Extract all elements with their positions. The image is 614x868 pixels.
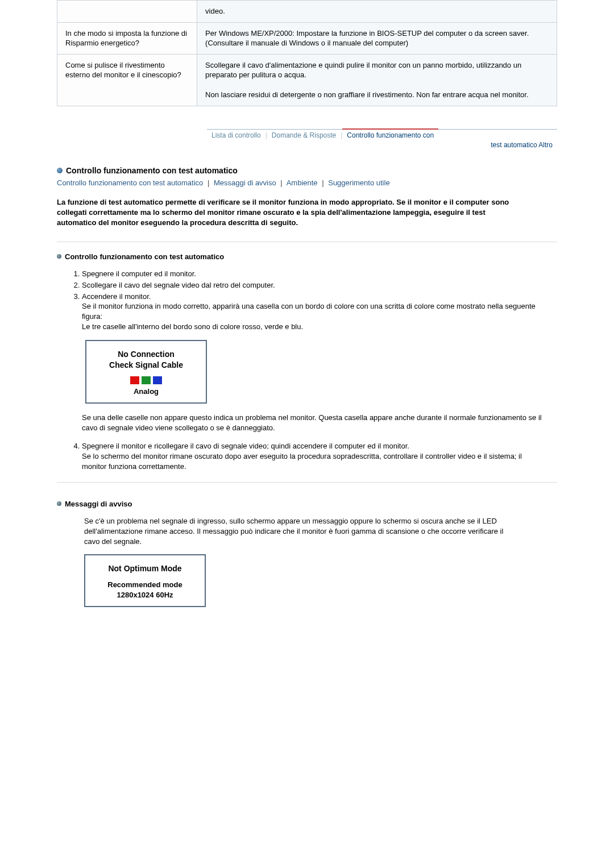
selftest-heading-text: Controllo funzionamento con test automat…: [65, 252, 224, 261]
step4-line2: Se lo schermo del monitor rimane oscurat…: [82, 452, 522, 471]
section-divider: [57, 482, 557, 483]
dialog2-line3: 1280x1024 60Hz: [91, 590, 199, 600]
warnings-heading: Messaggi di avviso: [57, 500, 557, 508]
dialog-sub: Analog: [92, 387, 200, 397]
faq-table: video. In che modo si imposta la funzion…: [57, 0, 557, 106]
tab-selftest[interactable]: Controllo funzionamento con: [342, 130, 438, 141]
link-tip[interactable]: Suggerimento utile: [328, 178, 389, 187]
faq-question: In che modo si imposta la funzione di Ri…: [57, 22, 197, 54]
table-row: video.: [57, 1, 557, 23]
anchor-links: Controllo funzionamento con test automat…: [57, 178, 557, 187]
step3-line2: Se il monitor funziona in modo corretto,…: [82, 302, 536, 321]
pipe-separator: |: [278, 178, 284, 187]
tab-selftest-subline: test automatico Altro: [207, 141, 557, 149]
dialog2-line2: Recommended mode: [91, 580, 199, 590]
rgb-squares: [92, 376, 200, 384]
intro-paragraph: La funzione di test automatico permette …: [57, 197, 517, 228]
warnings-body: Se c'è un problema nel segnale di ingres…: [84, 516, 515, 547]
not-optimum-dialog: Not Optimum Mode Recommended mode 1280x1…: [84, 554, 206, 607]
link-selftest[interactable]: Controllo funzionamento con test automat…: [57, 178, 203, 187]
green-square-icon: [142, 376, 151, 384]
table-row: In che modo si imposta la funzione di Ri…: [57, 22, 557, 54]
blue-square-icon: [153, 376, 162, 384]
table-row: Come si pulisce il rivestimento esterno …: [57, 54, 557, 106]
bullet-icon: [57, 254, 61, 259]
pipe-separator: |: [320, 178, 326, 187]
list-item: Spegnere il computer ed il monitor.: [82, 269, 542, 279]
bullet-icon: [57, 168, 63, 173]
dialog-line1: No Connection: [118, 350, 175, 359]
link-environment[interactable]: Ambiente: [287, 178, 318, 187]
page-title: Controllo funzionamento con test automat…: [57, 166, 557, 175]
step3-after: Se una delle caselle non appare questo i…: [82, 413, 542, 432]
bullet-icon: [57, 501, 61, 506]
list-item: Scollegare il cavo del segnale video dal…: [82, 280, 542, 290]
faq-question: Come si pulisce il rivestimento esterno …: [57, 54, 197, 106]
dialog-text: Not Optimum Mode: [91, 563, 199, 574]
dialog-line2: Check Signal Cable: [109, 360, 183, 369]
tab-qa[interactable]: Domande & Risposte: [267, 130, 341, 141]
pipe-separator: |: [205, 178, 211, 187]
section-divider: [57, 242, 557, 242]
step3-line3: Le tre caselle all'interno del bordo son…: [82, 322, 303, 331]
section-tabs: Lista di controllo | Domande & Risposte …: [207, 129, 557, 149]
no-connection-dialog: No Connection Check Signal Cable Analog: [85, 340, 207, 404]
red-square-icon: [130, 376, 139, 384]
faq-answer: Per Windows ME/XP/2000: Impostare la fun…: [197, 22, 557, 54]
dialog2-line1: Not Optimum Mode: [108, 564, 181, 573]
page-title-text: Controllo funzionamento con test automat…: [66, 166, 238, 175]
faq-answer: Scollegare il cavo d'alimentazione e qui…: [197, 54, 557, 106]
list-item: Spegnere il monitor e ricollegare il cav…: [82, 441, 542, 472]
faq-answer: video.: [197, 1, 557, 23]
faq-question: [57, 1, 197, 23]
dialog-text: No Connection Check Signal Cable: [92, 349, 200, 371]
list-item: Accendere il monitor. Se il monitor funz…: [82, 292, 542, 433]
tab-checklist[interactable]: Lista di controllo: [207, 130, 265, 141]
selftest-steps: Spegnere il computer ed il monitor. Scol…: [69, 269, 542, 472]
selftest-heading: Controllo funzionamento con test automat…: [57, 252, 557, 261]
step4-line1: Spegnere il monitor e ricollegare il cav…: [82, 442, 409, 450]
warnings-heading-text: Messaggi di avviso: [65, 500, 132, 508]
step3-line1: Accendere il monitor.: [82, 292, 151, 301]
link-warnings[interactable]: Messaggi di avviso: [214, 178, 276, 187]
